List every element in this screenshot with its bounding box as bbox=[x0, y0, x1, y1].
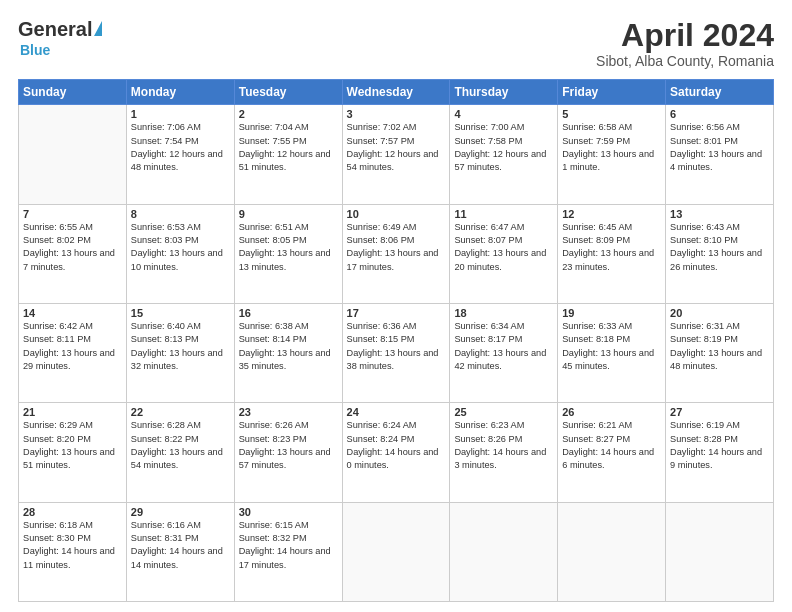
sunset-text: Sunset: 8:07 PM bbox=[454, 235, 522, 245]
sunrise-text: Sunrise: 6:42 AM bbox=[23, 321, 93, 331]
sunset-text: Sunset: 8:26 PM bbox=[454, 434, 522, 444]
sunrise-text: Sunrise: 6:56 AM bbox=[670, 122, 740, 132]
sunset-text: Sunset: 8:15 PM bbox=[347, 334, 415, 344]
day-number: 24 bbox=[347, 406, 446, 418]
sunset-text: Sunset: 8:27 PM bbox=[562, 434, 630, 444]
sunset-text: Sunset: 8:11 PM bbox=[23, 334, 91, 344]
table-row: 17Sunrise: 6:36 AMSunset: 8:15 PMDayligh… bbox=[342, 303, 450, 402]
daylight-text: Daylight: 13 hours and 29 minutes. bbox=[23, 348, 115, 371]
table-row: 1Sunrise: 7:06 AMSunset: 7:54 PMDaylight… bbox=[126, 105, 234, 204]
table-row: 12Sunrise: 6:45 AMSunset: 8:09 PMDayligh… bbox=[558, 204, 666, 303]
sunset-text: Sunset: 8:03 PM bbox=[131, 235, 199, 245]
table-row: 4Sunrise: 7:00 AMSunset: 7:58 PMDaylight… bbox=[450, 105, 558, 204]
daylight-text: Daylight: 13 hours and 35 minutes. bbox=[239, 348, 331, 371]
day-info: Sunrise: 6:45 AMSunset: 8:09 PMDaylight:… bbox=[562, 221, 661, 274]
sunset-text: Sunset: 8:02 PM bbox=[23, 235, 91, 245]
logo-content: General Blue bbox=[18, 18, 102, 59]
daylight-text: Daylight: 13 hours and 7 minutes. bbox=[23, 248, 115, 271]
daylight-text: Daylight: 12 hours and 57 minutes. bbox=[454, 149, 546, 172]
sunset-text: Sunset: 7:59 PM bbox=[562, 136, 630, 146]
sunset-text: Sunset: 8:23 PM bbox=[239, 434, 307, 444]
sunrise-text: Sunrise: 7:06 AM bbox=[131, 122, 201, 132]
day-info: Sunrise: 6:51 AMSunset: 8:05 PMDaylight:… bbox=[239, 221, 338, 274]
table-row: 16Sunrise: 6:38 AMSunset: 8:14 PMDayligh… bbox=[234, 303, 342, 402]
day-number: 1 bbox=[131, 108, 230, 120]
day-number: 19 bbox=[562, 307, 661, 319]
sunset-text: Sunset: 8:32 PM bbox=[239, 533, 307, 543]
day-number: 18 bbox=[454, 307, 553, 319]
day-info: Sunrise: 6:21 AMSunset: 8:27 PMDaylight:… bbox=[562, 419, 661, 472]
sunrise-text: Sunrise: 6:55 AM bbox=[23, 222, 93, 232]
location-title: Sibot, Alba County, Romania bbox=[596, 53, 774, 69]
table-row bbox=[558, 502, 666, 601]
day-info: Sunrise: 6:58 AMSunset: 7:59 PMDaylight:… bbox=[562, 121, 661, 174]
day-number: 5 bbox=[562, 108, 661, 120]
sunrise-text: Sunrise: 6:21 AM bbox=[562, 420, 632, 430]
sunset-text: Sunset: 8:19 PM bbox=[670, 334, 738, 344]
day-info: Sunrise: 6:40 AMSunset: 8:13 PMDaylight:… bbox=[131, 320, 230, 373]
table-row: 9Sunrise: 6:51 AMSunset: 8:05 PMDaylight… bbox=[234, 204, 342, 303]
sunrise-text: Sunrise: 6:34 AM bbox=[454, 321, 524, 331]
sunset-text: Sunset: 8:30 PM bbox=[23, 533, 91, 543]
sunrise-text: Sunrise: 7:04 AM bbox=[239, 122, 309, 132]
daylight-text: Daylight: 14 hours and 0 minutes. bbox=[347, 447, 439, 470]
sunset-text: Sunset: 7:54 PM bbox=[131, 136, 199, 146]
daylight-text: Daylight: 14 hours and 6 minutes. bbox=[562, 447, 654, 470]
day-info: Sunrise: 6:29 AMSunset: 8:20 PMDaylight:… bbox=[23, 419, 122, 472]
table-row bbox=[666, 502, 774, 601]
day-info: Sunrise: 6:31 AMSunset: 8:19 PMDaylight:… bbox=[670, 320, 769, 373]
sunrise-text: Sunrise: 6:15 AM bbox=[239, 520, 309, 530]
table-row: 11Sunrise: 6:47 AMSunset: 8:07 PMDayligh… bbox=[450, 204, 558, 303]
day-info: Sunrise: 6:38 AMSunset: 8:14 PMDaylight:… bbox=[239, 320, 338, 373]
day-number: 8 bbox=[131, 208, 230, 220]
day-info: Sunrise: 6:55 AMSunset: 8:02 PMDaylight:… bbox=[23, 221, 122, 274]
day-info: Sunrise: 6:18 AMSunset: 8:30 PMDaylight:… bbox=[23, 519, 122, 572]
day-number: 23 bbox=[239, 406, 338, 418]
sunset-text: Sunset: 8:14 PM bbox=[239, 334, 307, 344]
daylight-text: Daylight: 14 hours and 11 minutes. bbox=[23, 546, 115, 569]
table-row: 27Sunrise: 6:19 AMSunset: 8:28 PMDayligh… bbox=[666, 403, 774, 502]
calendar-week-row: 1Sunrise: 7:06 AMSunset: 7:54 PMDaylight… bbox=[19, 105, 774, 204]
daylight-text: Daylight: 13 hours and 20 minutes. bbox=[454, 248, 546, 271]
col-tuesday: Tuesday bbox=[234, 80, 342, 105]
day-number: 9 bbox=[239, 208, 338, 220]
day-number: 29 bbox=[131, 506, 230, 518]
day-number: 30 bbox=[239, 506, 338, 518]
col-friday: Friday bbox=[558, 80, 666, 105]
table-row: 15Sunrise: 6:40 AMSunset: 8:13 PMDayligh… bbox=[126, 303, 234, 402]
sunset-text: Sunset: 8:17 PM bbox=[454, 334, 522, 344]
sunset-text: Sunset: 8:09 PM bbox=[562, 235, 630, 245]
calendar-week-row: 21Sunrise: 6:29 AMSunset: 8:20 PMDayligh… bbox=[19, 403, 774, 502]
col-saturday: Saturday bbox=[666, 80, 774, 105]
col-sunday: Sunday bbox=[19, 80, 127, 105]
page: General Blue April 2024 Sibot, Alba Coun… bbox=[0, 0, 792, 612]
title-area: April 2024 Sibot, Alba County, Romania bbox=[596, 18, 774, 69]
sunrise-text: Sunrise: 6:29 AM bbox=[23, 420, 93, 430]
daylight-text: Daylight: 12 hours and 54 minutes. bbox=[347, 149, 439, 172]
table-row: 28Sunrise: 6:18 AMSunset: 8:30 PMDayligh… bbox=[19, 502, 127, 601]
day-number: 11 bbox=[454, 208, 553, 220]
sunrise-text: Sunrise: 6:23 AM bbox=[454, 420, 524, 430]
sunrise-text: Sunrise: 6:40 AM bbox=[131, 321, 201, 331]
daylight-text: Daylight: 13 hours and 42 minutes. bbox=[454, 348, 546, 371]
day-number: 2 bbox=[239, 108, 338, 120]
col-wednesday: Wednesday bbox=[342, 80, 450, 105]
table-row: 7Sunrise: 6:55 AMSunset: 8:02 PMDaylight… bbox=[19, 204, 127, 303]
daylight-text: Daylight: 13 hours and 51 minutes. bbox=[23, 447, 115, 470]
table-row: 10Sunrise: 6:49 AMSunset: 8:06 PMDayligh… bbox=[342, 204, 450, 303]
table-row: 14Sunrise: 6:42 AMSunset: 8:11 PMDayligh… bbox=[19, 303, 127, 402]
sunset-text: Sunset: 7:57 PM bbox=[347, 136, 415, 146]
day-info: Sunrise: 7:02 AMSunset: 7:57 PMDaylight:… bbox=[347, 121, 446, 174]
sunrise-text: Sunrise: 6:51 AM bbox=[239, 222, 309, 232]
daylight-text: Daylight: 13 hours and 17 minutes. bbox=[347, 248, 439, 271]
sunrise-text: Sunrise: 6:16 AM bbox=[131, 520, 201, 530]
day-number: 10 bbox=[347, 208, 446, 220]
daylight-text: Daylight: 14 hours and 14 minutes. bbox=[131, 546, 223, 569]
day-number: 16 bbox=[239, 307, 338, 319]
daylight-text: Daylight: 13 hours and 1 minute. bbox=[562, 149, 654, 172]
sunrise-text: Sunrise: 7:00 AM bbox=[454, 122, 524, 132]
day-info: Sunrise: 6:56 AMSunset: 8:01 PMDaylight:… bbox=[670, 121, 769, 174]
sunrise-text: Sunrise: 6:38 AM bbox=[239, 321, 309, 331]
table-row: 21Sunrise: 6:29 AMSunset: 8:20 PMDayligh… bbox=[19, 403, 127, 502]
daylight-text: Daylight: 13 hours and 10 minutes. bbox=[131, 248, 223, 271]
